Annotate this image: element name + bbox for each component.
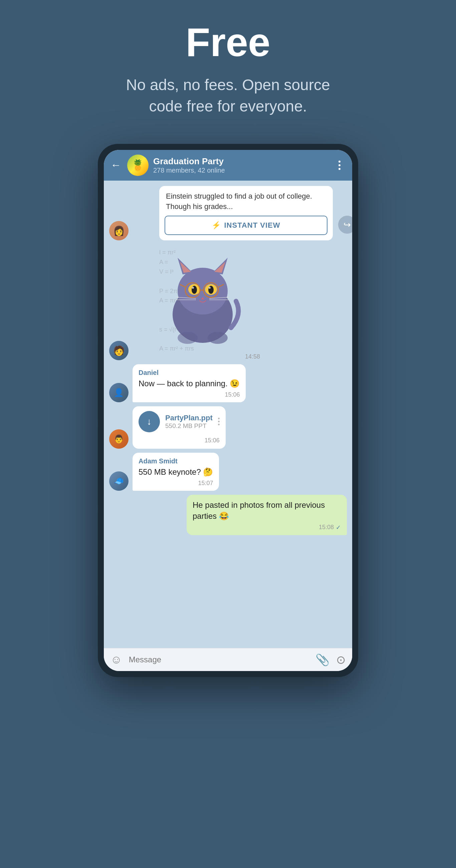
sticker-time: 14:58	[245, 353, 260, 360]
user-avatar-file-sender: 👨	[109, 429, 128, 449]
file-dot-2	[218, 421, 220, 422]
adam-bubble: Adam Smidt 550 MB keynote? 🤔 15:07	[132, 453, 219, 491]
adam-message-row: 🧢 Adam Smidt 550 MB keynote? 🤔 15:07	[109, 453, 347, 491]
user-avatar-daniel: 👤	[109, 383, 128, 402]
user-avatar-boy1: 🧑	[109, 341, 128, 360]
user-avatar-girl: 👩	[109, 221, 128, 240]
file-message-row: 👨 ↓ PartyPlan.ppt 550.2 MB PPT	[109, 406, 347, 449]
camera-button[interactable]: ⊙	[336, 653, 345, 666]
daniel-bubble: Daniel Now — back to planning. 😉 15:06	[132, 364, 246, 402]
cat-sticker-svg	[156, 248, 249, 348]
file-name: PartyPlan.ppt	[165, 414, 213, 422]
more-dot-3	[338, 168, 340, 170]
chat-body: 👩 Einstein struggled to find a job out o…	[104, 181, 352, 648]
daniel-message-row: 👤 Daniel Now — back to planning. 😉 15:06	[109, 364, 347, 402]
file-dot-3	[218, 424, 220, 425]
forward-button[interactable]: ↪	[338, 216, 352, 234]
chat-bottom-bar: ☺ 📎 ⊙	[104, 648, 352, 671]
file-bubble: ↓ PartyPlan.ppt 550.2 MB PPT	[132, 406, 226, 449]
lightning-icon: ⚡	[212, 221, 221, 230]
download-icon: ↓	[147, 416, 152, 427]
more-dot-2	[338, 164, 340, 166]
forward-icon: ↪	[343, 220, 351, 230]
hero-title: Free	[186, 20, 270, 64]
svg-point-11	[209, 287, 211, 289]
file-size: 550.2 MB PPT	[165, 422, 213, 430]
group-members: 278 members, 42 online	[153, 166, 329, 174]
group-name: Graduation Party	[153, 156, 329, 166]
phone-frame: ← 🍍 Graduation Party 278 members, 42 onl…	[98, 144, 358, 677]
chat-header: ← 🍍 Graduation Party 278 members, 42 onl…	[104, 150, 352, 181]
more-options-button[interactable]	[333, 161, 345, 170]
sticker-message: l = πr²A =V = l³P = 2πrA = πr²s = √(r²+h…	[156, 244, 263, 360]
file-more-button[interactable]	[218, 417, 220, 425]
attach-button[interactable]: 📎	[315, 653, 330, 666]
file-info: PartyPlan.ppt 550.2 MB PPT	[165, 414, 213, 430]
self-message-row: He pasted in photos from all previous pa…	[109, 495, 347, 535]
daniel-text: Now — back to planning. 😉	[139, 378, 240, 389]
adam-time: 15:07	[198, 480, 213, 487]
file-time: 15:06	[205, 437, 220, 444]
instant-view-label: INSTANT VIEW	[224, 221, 280, 230]
chat-header-info: Graduation Party 278 members, 42 online	[153, 156, 329, 174]
file-download-button[interactable]: ↓	[139, 411, 160, 432]
self-bubble: He pasted in photos from all previous pa…	[187, 495, 347, 535]
svg-point-22	[178, 332, 197, 344]
sticker-row: 🧑 l = πr²A =V = l³P = 2πrA = πr²s = √(r²…	[109, 244, 347, 360]
emoji-button[interactable]: ☺	[111, 653, 122, 666]
article-text: Einstein struggled to find a job out of …	[159, 186, 333, 216]
user-avatar-adam: 🧢	[109, 471, 128, 491]
adam-sender: Adam Smidt	[139, 457, 213, 465]
more-dot-1	[338, 161, 340, 163]
group-avatar: 🍍	[127, 155, 149, 176]
article-bubble: Einstein struggled to find a job out of …	[159, 186, 333, 241]
back-button[interactable]: ←	[111, 159, 121, 171]
svg-point-23	[208, 332, 228, 344]
self-time: 15:08	[319, 524, 334, 531]
svg-point-10	[192, 287, 194, 289]
hero-subtitle: No ads, no fees. Open source code free f…	[111, 74, 345, 117]
sticker-box: l = πr²A =V = l³P = 2πrA = πr²s = √(r²+h…	[156, 244, 263, 351]
daniel-time: 15:06	[225, 391, 240, 398]
check-icon: ✓	[336, 524, 341, 531]
phone-screen: ← 🍍 Graduation Party 278 members, 42 onl…	[104, 150, 352, 671]
instant-view-button[interactable]: ⚡ INSTANT VIEW	[164, 216, 328, 235]
message-input[interactable]	[129, 655, 309, 664]
file-dot-1	[218, 417, 220, 419]
daniel-sender: Daniel	[139, 369, 240, 377]
adam-text: 550 MB keynote? 🤔	[139, 466, 213, 478]
article-message-row: 👩 Einstein struggled to find a job out o…	[109, 186, 347, 241]
self-text: He pasted in photos from all previous pa…	[193, 499, 341, 522]
